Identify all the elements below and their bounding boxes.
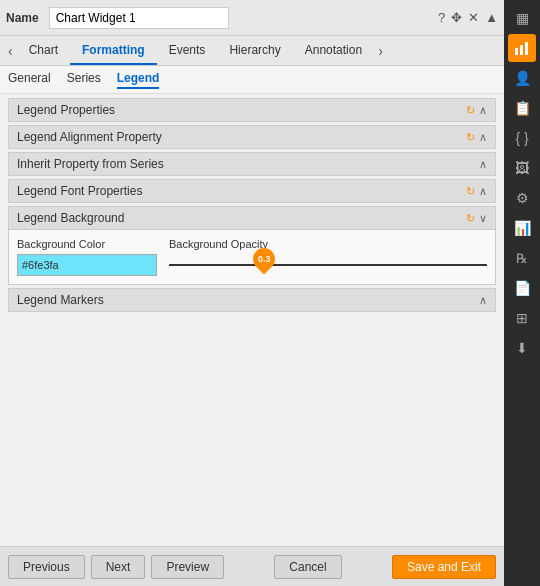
sidebar-chart-icon[interactable] <box>508 34 536 62</box>
name-input[interactable] <box>49 7 229 29</box>
tab-nav-right[interactable]: › <box>374 43 387 59</box>
refresh-icon-1[interactable]: ↻ <box>466 104 475 117</box>
color-label: Background Color <box>17 238 157 250</box>
title-bar: Name ? ✥ ✕ ▲ <box>0 0 504 36</box>
opacity-value: 0.3 <box>258 254 271 264</box>
footer: Previous Next Preview Cancel Save and Ex… <box>0 546 504 586</box>
color-swatch[interactable]: #6fe3fa <box>17 254 157 276</box>
color-column: Background Color #6fe3fa <box>17 238 157 276</box>
svg-rect-2 <box>525 42 528 55</box>
collapse-icon-2[interactable]: ∧ <box>479 131 487 144</box>
svg-rect-0 <box>515 48 518 55</box>
color-row: Background Color #6fe3fa Background Opac… <box>17 238 487 276</box>
move-icon[interactable]: ✥ <box>451 10 462 25</box>
sidebar-doc-icon[interactable]: 📄 <box>508 274 536 302</box>
tab-annotation[interactable]: Annotation <box>293 36 374 65</box>
sidebar-rx-icon[interactable]: ℞ <box>508 244 536 272</box>
legend-background-header[interactable]: Legend Background ↻ ∨ <box>8 206 496 230</box>
sidebar-grid-icon[interactable]: ⊞ <box>508 304 536 332</box>
legend-font-label: Legend Font Properties <box>17 184 142 198</box>
collapse-icon-1[interactable]: ∧ <box>479 104 487 117</box>
inherit-property-label: Inherit Property from Series <box>17 157 164 171</box>
legend-properties-header[interactable]: Legend Properties ↻ ∧ <box>8 98 496 122</box>
tab-nav-left[interactable]: ‹ <box>4 43 17 59</box>
opacity-label: Background Opacity <box>169 238 487 250</box>
legend-markers-label: Legend Markers <box>17 293 104 307</box>
legend-markers-header[interactable]: Legend Markers ∧ <box>8 288 496 312</box>
tabs-bar: ‹ Chart Formatting Events Hierarchy Anno… <box>0 36 504 66</box>
title-icons: ? ✥ ✕ ▲ <box>438 10 498 25</box>
legend-alignment-label: Legend Alignment Property <box>17 130 162 144</box>
legend-markers-section: Legend Markers ∧ <box>8 288 496 312</box>
sidebar-bar-chart-icon[interactable]: 📊 <box>508 214 536 242</box>
legend-alignment-section: Legend Alignment Property ↻ ∧ <box>8 125 496 149</box>
sidebar-copy-icon[interactable]: 📋 <box>508 94 536 122</box>
sidebar-image-icon[interactable]: 🖼 <box>508 154 536 182</box>
refresh-icon-4[interactable]: ↻ <box>466 212 475 225</box>
opacity-slider-container: 0.3 <box>169 254 487 276</box>
expand-icon[interactable]: ▲ <box>485 10 498 25</box>
sidebar-code-icon[interactable]: { } <box>508 124 536 152</box>
save-exit-button[interactable]: Save and Exit <box>392 555 496 579</box>
legend-background-section: Legend Background ↻ ∨ Background Color #… <box>8 206 496 285</box>
legend-properties-label: Legend Properties <box>17 103 115 117</box>
previous-button[interactable]: Previous <box>8 555 85 579</box>
sub-tab-legend[interactable]: Legend <box>117 71 160 89</box>
opacity-track[interactable]: 0.3 <box>169 264 487 266</box>
legend-background-content: Background Color #6fe3fa Background Opac… <box>8 230 496 285</box>
refresh-icon-2[interactable]: ↻ <box>466 131 475 144</box>
inherit-property-header[interactable]: Inherit Property from Series ∧ <box>8 152 496 176</box>
legend-font-section: Legend Font Properties ↻ ∧ <box>8 179 496 203</box>
sidebar-down-icon[interactable]: ⬇ <box>508 334 536 362</box>
sidebar-settings-icon[interactable]: ⚙ <box>508 184 536 212</box>
tab-formatting[interactable]: Formatting <box>70 36 157 65</box>
sub-tab-series[interactable]: Series <box>67 71 101 89</box>
properties-area: Legend Properties ↻ ∧ Legend Alignment P… <box>0 94 504 546</box>
svg-rect-1 <box>520 45 523 55</box>
sub-tabs: General Series Legend <box>0 66 504 94</box>
legend-background-label: Legend Background <box>17 211 124 225</box>
preview-button[interactable]: Preview <box>151 555 224 579</box>
sidebar-right: ▦ 👤 📋 { } 🖼 ⚙ 📊 ℞ 📄 ⊞ ⬇ <box>504 0 540 586</box>
collapse-icon-3[interactable]: ∧ <box>479 158 487 171</box>
inherit-property-section: Inherit Property from Series ∧ <box>8 152 496 176</box>
cancel-button[interactable]: Cancel <box>274 555 341 579</box>
color-value: #6fe3fa <box>22 259 59 271</box>
legend-properties-section: Legend Properties ↻ ∧ <box>8 98 496 122</box>
tab-chart[interactable]: Chart <box>17 36 70 65</box>
opacity-column: Background Opacity 0.3 <box>169 238 487 276</box>
next-button[interactable]: Next <box>91 555 146 579</box>
tab-hierarchy[interactable]: Hierarchy <box>217 36 292 65</box>
collapse-icon-4[interactable]: ∧ <box>479 185 487 198</box>
tab-events[interactable]: Events <box>157 36 218 65</box>
collapse-icon-5[interactable]: ∧ <box>479 294 487 307</box>
sidebar-table-icon[interactable]: ▦ <box>508 4 536 32</box>
legend-font-header[interactable]: Legend Font Properties ↻ ∧ <box>8 179 496 203</box>
help-icon[interactable]: ? <box>438 10 445 25</box>
sidebar-user-icon[interactable]: 👤 <box>508 64 536 92</box>
refresh-icon-3[interactable]: ↻ <box>466 185 475 198</box>
sub-tab-general[interactable]: General <box>8 71 51 89</box>
legend-alignment-header[interactable]: Legend Alignment Property ↻ ∧ <box>8 125 496 149</box>
name-label: Name <box>6 11 39 25</box>
expand-icon-bg[interactable]: ∨ <box>479 212 487 225</box>
close-icon[interactable]: ✕ <box>468 10 479 25</box>
